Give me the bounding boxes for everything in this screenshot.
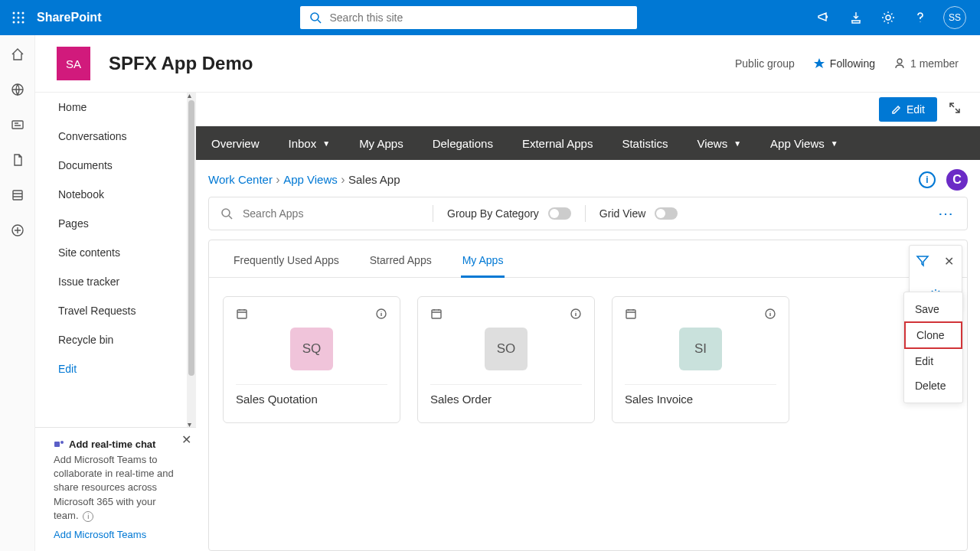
close-panel-icon[interactable]: ✕ <box>939 252 958 270</box>
menu-item-delete[interactable]: Delete <box>904 373 962 398</box>
tab-my-apps[interactable]: My Apps <box>359 137 403 150</box>
sidebar-item-travel-requests[interactable]: Travel Requests <box>35 296 196 325</box>
person-icon <box>893 57 906 70</box>
filter-bar: Group By Category Grid View ⋯ <box>208 197 968 230</box>
profile-button[interactable]: C <box>946 169 968 191</box>
search-box[interactable] <box>300 6 637 29</box>
info-icon[interactable] <box>764 308 776 320</box>
app-launcher-icon[interactable] <box>6 5 31 30</box>
sidebar-item-edit[interactable]: Edit <box>35 354 196 383</box>
tab-external-apps[interactable]: External Apps <box>522 137 593 150</box>
breadcrumb-app-views[interactable]: App Views <box>283 173 338 186</box>
svg-point-7 <box>18 21 20 24</box>
tab-views[interactable]: Views▼ <box>697 137 741 150</box>
sidebar-item-issue-tracker[interactable]: Issue tracker <box>35 267 196 296</box>
card-title: Sales Order <box>430 393 582 406</box>
svg-point-5 <box>22 17 24 19</box>
user-avatar[interactable]: SS <box>943 6 966 29</box>
svg-rect-21 <box>237 310 247 318</box>
menu-item-edit[interactable]: Edit <box>904 349 962 373</box>
sidebar-item-documents[interactable]: Documents <box>35 151 196 180</box>
install-icon[interactable] <box>847 8 865 27</box>
filter-search[interactable] <box>220 207 419 220</box>
chat-body: Add Microsoft Teams to collaborate in re… <box>54 454 174 521</box>
following-button[interactable]: Following <box>813 57 875 70</box>
grid-view-label: Grid View <box>599 207 645 220</box>
svg-point-4 <box>18 17 20 19</box>
sidebar-item-recycle-bin[interactable]: Recycle bin <box>35 325 196 354</box>
svg-point-8 <box>22 21 24 24</box>
expand-icon[interactable] <box>948 101 965 118</box>
cards-row: SQSales QuotationSOSales OrderSISales In… <box>209 278 967 442</box>
inner-tab-frequently-used-apps[interactable]: Frequently Used Apps <box>232 248 341 277</box>
info-icon[interactable] <box>570 308 582 320</box>
list-icon[interactable] <box>9 187 26 204</box>
svg-rect-17 <box>54 442 60 447</box>
inner-tab-my-apps[interactable]: My Apps <box>461 248 505 278</box>
tab-app-views[interactable]: App Views▼ <box>770 137 838 150</box>
calendar-icon <box>430 308 443 320</box>
news-icon[interactable] <box>9 116 26 133</box>
site-logo[interactable]: SA <box>57 47 90 80</box>
pencil-icon <box>891 104 902 115</box>
card-title: Sales Invoice <box>625 393 776 406</box>
sidebar-item-notebook[interactable]: Notebook <box>35 180 196 209</box>
left-rail <box>0 35 35 551</box>
site-header: SA SPFX App Demo Public group Following … <box>35 35 980 92</box>
svg-point-11 <box>886 15 890 20</box>
help-icon[interactable] <box>911 8 929 27</box>
sidebar-item-home[interactable]: Home <box>35 93 196 122</box>
tab-delegations[interactable]: Delegations <box>433 137 493 150</box>
group-type: Public group <box>735 57 795 70</box>
info-icon[interactable]: i <box>83 511 93 522</box>
card-title: Sales Quotation <box>236 393 387 406</box>
file-icon[interactable] <box>9 152 26 168</box>
tab-inbox[interactable]: Inbox▼ <box>289 137 331 150</box>
dark-tabs: OverviewInbox▼My AppsDelegationsExternal… <box>196 126 980 160</box>
group-by-toggle[interactable] <box>548 207 571 220</box>
tab-overview[interactable]: Overview <box>211 137 260 150</box>
info-icon[interactable] <box>375 308 387 320</box>
info-button[interactable]: i <box>919 171 936 188</box>
sidebar-nav: HomeConversationsDocumentsNotebookPagesS… <box>35 93 196 427</box>
create-icon[interactable] <box>9 222 26 239</box>
side-panel: ✕ SaveCloneEditDelete <box>909 245 962 311</box>
members-button[interactable]: 1 member <box>893 57 959 70</box>
apps-search-input[interactable] <box>243 207 381 220</box>
settings-icon[interactable] <box>879 8 897 27</box>
sidebar-item-site-contents[interactable]: Site contents <box>35 238 196 267</box>
svg-rect-23 <box>432 310 441 318</box>
home-icon[interactable] <box>9 46 26 63</box>
more-icon[interactable]: ⋯ <box>935 204 956 223</box>
tab-statistics[interactable]: Statistics <box>622 137 668 150</box>
svg-point-9 <box>311 13 318 21</box>
svg-point-2 <box>22 12 24 15</box>
breadcrumb-work-center[interactable]: Work Center <box>208 173 273 186</box>
app-card-sales-invoice[interactable]: SISales Invoice <box>612 296 789 423</box>
menu-item-clone[interactable]: Clone <box>904 321 962 349</box>
edit-button[interactable]: Edit <box>879 97 937 122</box>
chevron-right-icon: › <box>273 173 283 186</box>
sidebar-item-pages[interactable]: Pages <box>35 209 196 238</box>
add-teams-link[interactable]: Add Microsoft Teams <box>54 529 146 540</box>
search-input[interactable] <box>329 11 628 24</box>
close-icon[interactable]: ✕ <box>181 432 191 447</box>
sidebar-scrollbar[interactable]: ▴ ▾ <box>187 93 196 427</box>
teams-icon <box>54 439 64 450</box>
grid-view-toggle[interactable] <box>655 207 678 220</box>
star-icon <box>813 57 825 70</box>
megaphone-icon[interactable] <box>815 8 833 27</box>
inner-tab-starred-apps[interactable]: Starred Apps <box>368 248 433 277</box>
menu-item-save[interactable]: Save <box>904 297 962 321</box>
top-header: SharePoint SS <box>0 0 980 35</box>
app-card-sales-order[interactable]: SOSales Order <box>417 296 595 423</box>
sidebar-item-conversations[interactable]: Conversations <box>35 122 196 151</box>
globe-icon[interactable] <box>9 81 26 98</box>
svg-line-10 <box>318 20 321 23</box>
app-card-sales-quotation[interactable]: SQSales Quotation <box>223 296 400 423</box>
filter-icon[interactable] <box>913 252 932 270</box>
site-title: SPFX App Demo <box>109 53 253 74</box>
calendar-icon <box>625 308 637 320</box>
svg-point-19 <box>222 209 230 217</box>
svg-point-0 <box>13 12 15 15</box>
